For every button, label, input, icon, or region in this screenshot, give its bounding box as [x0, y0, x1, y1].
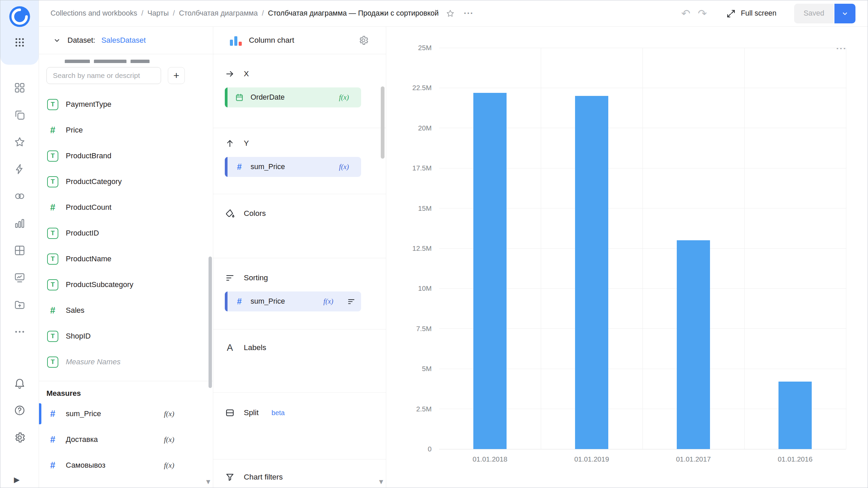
config-sections: X OrderDate f(x) Y: [213, 54, 386, 488]
measure-hash-icon: #: [47, 460, 58, 471]
dataset-field-row[interactable]: T ProductID: [39, 220, 213, 246]
config-scrollbar[interactable]: [381, 86, 384, 159]
bar-01.01.2016[interactable]: [778, 382, 812, 449]
dataset-field-row[interactable]: T ProductName: [39, 246, 213, 272]
measure-row[interactable]: # sum_Price f(x): [39, 401, 213, 427]
gridline-vertical: [846, 48, 846, 449]
favorite-star-icon[interactable]: [446, 9, 455, 18]
rail-logo-tab: [0, 0, 39, 65]
page-actions-ellipsis-icon[interactable]: ···: [464, 8, 474, 19]
x-field-chip[interactable]: OrderDate f(x): [225, 87, 361, 107]
y-axis-tick: 5M: [422, 365, 432, 373]
sorting-field-chip[interactable]: # sum_Price f(x): [225, 291, 361, 311]
connections-bolt-icon[interactable]: [14, 163, 26, 175]
dataset-field-row[interactable]: # ProductCount: [39, 195, 213, 220]
dataset-field-row[interactable]: T ShopID: [39, 323, 213, 349]
selected-indicator: [39, 403, 41, 424]
dimensions-list: T PaymentType # Price T ProductBrand: [39, 89, 213, 375]
field-name: ProductCategory: [66, 177, 122, 186]
datalens-logo[interactable]: [8, 5, 31, 28]
gridline-vertical: [643, 48, 643, 449]
dashboards-icon[interactable]: [14, 244, 26, 257]
field-type-icon: #: [47, 305, 58, 316]
field-type-icon: T: [47, 99, 58, 110]
field-type-icon: T: [47, 253, 58, 265]
expand-panel-icon[interactable]: ▶: [14, 475, 20, 484]
dataset-scrollbar[interactable]: [209, 257, 212, 388]
x-axis-tick: 01.01.2019: [541, 455, 643, 463]
field-type-icon: T: [47, 279, 58, 290]
chevron-down-icon: [841, 9, 849, 18]
sorting-section-label: Sorting: [244, 273, 268, 282]
topbar: Collections and workbooks / Чарты / Стол…: [39, 0, 868, 27]
measure-hash-icon: #: [47, 434, 58, 445]
search-input[interactable]: [46, 67, 161, 84]
dataset-field-row[interactable]: # Price: [39, 117, 213, 143]
left-rail: ▶: [0, 0, 39, 488]
field-type-icon: #: [47, 202, 58, 213]
bar-01.01.2017[interactable]: [677, 240, 710, 449]
undo-icon[interactable]: ↶: [681, 8, 690, 19]
dataset-field-row[interactable]: T ProductSubcategory: [39, 272, 213, 298]
widgets-icon[interactable]: [14, 82, 26, 94]
scroll-down-indicator[interactable]: ▾: [206, 477, 210, 486]
split-section-label: Split: [244, 408, 259, 417]
field-type-icon: T: [47, 357, 58, 368]
split-icon: [225, 408, 235, 418]
dataset-field-row[interactable]: T ProductCategory: [39, 169, 213, 195]
bar-01.01.2018[interactable]: [473, 93, 507, 449]
field-name: ProductCount: [66, 203, 112, 212]
more-dots-icon[interactable]: [14, 326, 26, 338]
chip-accent-bar: [225, 157, 228, 177]
favorites-star-icon[interactable]: [14, 136, 26, 148]
formula-icon[interactable]: f(x): [164, 461, 174, 470]
field-name: ProductBrand: [66, 151, 112, 160]
formula-icon[interactable]: f(x): [339, 93, 349, 102]
formula-icon[interactable]: f(x): [339, 163, 349, 171]
scroll-down-indicator[interactable]: ▾: [379, 477, 383, 486]
apps-grid-icon[interactable]: [14, 36, 26, 48]
y-axis-tick: 25M: [418, 44, 432, 52]
measure-row[interactable]: # Доставка f(x): [39, 427, 213, 452]
formula-icon[interactable]: f(x): [323, 297, 333, 306]
measure-row[interactable]: # Самовывоз f(x): [39, 452, 213, 478]
field-name: Price: [66, 126, 83, 135]
save-menu-button[interactable]: [834, 4, 855, 23]
breadcrumb-item[interactable]: Collections and workbooks: [51, 9, 137, 18]
breadcrumb-separator: /: [141, 9, 143, 18]
section-colors: Colors: [213, 194, 386, 258]
x-axis-arrow-icon: [225, 69, 235, 79]
breadcrumb-item[interactable]: Чарты: [147, 9, 169, 18]
settings-gear-icon[interactable]: [14, 431, 26, 444]
bar-01.01.2019[interactable]: [575, 96, 608, 449]
sort-order-icon[interactable]: [347, 297, 356, 306]
saved-button[interactable]: Saved: [794, 4, 834, 23]
dataset-field-row[interactable]: T PaymentType: [39, 92, 213, 117]
x-axis-tick: 01.01.2017: [643, 455, 744, 463]
datasets-rings-icon[interactable]: [14, 190, 26, 202]
storage-folder-icon[interactable]: [14, 299, 26, 311]
chart-settings-gear-icon[interactable]: [358, 35, 369, 46]
breadcrumb-item[interactable]: Столбчатая диаграмма: [179, 9, 258, 18]
charts-icon[interactable]: [14, 217, 26, 229]
collapse-chevron-icon[interactable]: [53, 36, 61, 45]
y-field-chip[interactable]: # sum_Price f(x): [225, 157, 361, 177]
column-chart-icon: [230, 35, 242, 46]
dataset-field-row[interactable]: # Sales: [39, 298, 213, 323]
measure-name: Доставка: [66, 435, 98, 444]
add-field-button[interactable]: +: [168, 67, 185, 84]
field-type-icon: T: [47, 176, 58, 187]
field-name: ProductID: [66, 229, 99, 238]
formula-icon[interactable]: f(x): [164, 409, 174, 418]
dataset-field-row[interactable]: T Measure Names: [39, 349, 213, 375]
dataset-name-link[interactable]: SalesDataset: [101, 36, 146, 45]
formula-icon[interactable]: f(x): [164, 435, 174, 444]
redo-icon[interactable]: ↷: [698, 8, 707, 19]
help-icon[interactable]: [14, 404, 26, 416]
notifications-bell-icon[interactable]: [14, 377, 26, 389]
full-screen-button[interactable]: Full screen: [726, 8, 776, 19]
chart-type-label[interactable]: Column chart: [249, 36, 294, 45]
collections-icon[interactable]: [14, 109, 26, 121]
dataset-field-row[interactable]: T ProductBrand: [39, 143, 213, 169]
editor-monitor-icon[interactable]: [14, 271, 26, 284]
